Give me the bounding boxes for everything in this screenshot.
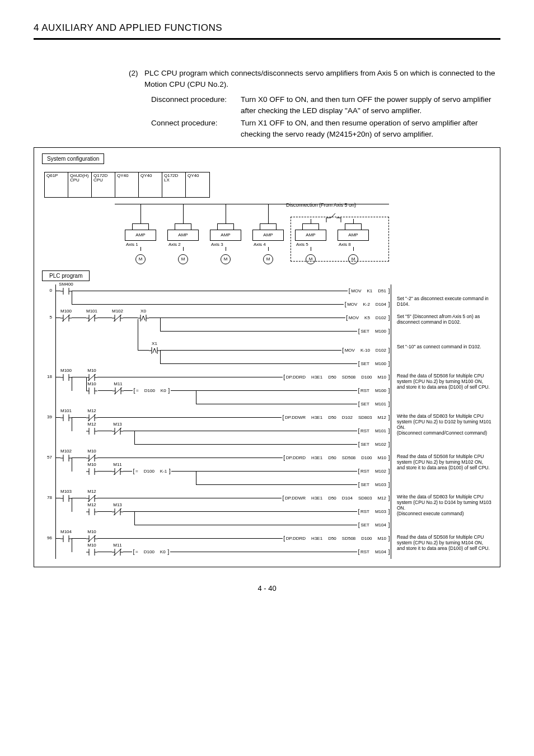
slot-qy40-1: QY40 xyxy=(115,172,139,197)
plc-program-label: PLC program xyxy=(42,270,90,281)
step-num: 39 xyxy=(42,411,55,419)
amp-row: AMP Axis 1 M AMP Axis 2 M AMP Axis 3 M xyxy=(125,223,369,264)
motor-icon: M xyxy=(306,254,316,264)
motor-icon: M xyxy=(221,254,231,264)
contact-m101-nc: M101 xyxy=(86,314,97,322)
chapter-header: 4 AUXILIARY AND APPLIED FUNCTIONS xyxy=(34,22,500,40)
rung-78: 78 M103 M12 [ DP.DDWRH3E1D50D104SD803M12… xyxy=(42,492,492,532)
rung-39: 39 M101 M12 [ DP.DDWRH3E1D50D102SD803M12… xyxy=(42,411,492,451)
system-config-label: System configuration xyxy=(42,153,104,164)
coil-mov-k-2: MOV K-2 D104 xyxy=(347,302,387,307)
plc-rack: Q61P QnUD(H) CPU Q172D CPU QY40 QY40 Q17… xyxy=(44,172,210,198)
rung-0: 0 SM400 [ MOV K1 D51 ] xyxy=(42,284,492,311)
coil-mov-k1: MOV K1 D51 xyxy=(351,288,387,293)
amp-box: AMP xyxy=(167,230,199,241)
axis-label: Axis 3 xyxy=(210,242,241,247)
note-r57: Read the data of SD508 for Multiple CPU … xyxy=(391,451,492,471)
amp-box: AMP xyxy=(210,230,241,241)
axis-label: Axis 1 xyxy=(125,242,156,247)
rack-area: Q61P QnUD(H) CPU Q172D CPU QY40 QY40 Q17… xyxy=(42,169,492,264)
amp-box: AMP xyxy=(338,230,369,241)
disconnect-proc-label: Disconnect procedure: xyxy=(151,94,241,117)
rung-5: 5 M100 M101 M102 X0 [ MOVK5D102 ] xyxy=(42,311,492,371)
contact-m102-nc: M102 xyxy=(112,314,123,322)
servo-bus xyxy=(115,198,389,204)
note-r5: Set "5" (Disconnect afrom Axis 5 on) as … xyxy=(391,311,492,350)
motor-icon: M xyxy=(178,254,188,264)
disconnect-proc-text: Turn X0 OFF to ON, and then turn OFF the… xyxy=(241,94,500,117)
slot-qy40-2: QY40 xyxy=(139,172,162,197)
note-r39: Write the data of SD803 for Multiple CPU… xyxy=(391,411,492,436)
intro-body: PLC CPU program which connects/disconnec… xyxy=(144,68,500,91)
note-r0: Set "-2" as disconnect execute command i… xyxy=(391,284,492,307)
amp-axis-1: AMP Axis 1 M xyxy=(125,223,156,264)
amp-axis-8: AMP Axis 8 M xyxy=(338,223,369,264)
coil-set-m100: SETM100 xyxy=(360,329,387,334)
diagram-container: System configuration Q61P QnUD(H) CPU Q1… xyxy=(34,147,500,567)
rung-96: 96 M104 M10 [ DP.DDRDH3E1D50SD508D100M10… xyxy=(42,532,492,559)
step-num: 18 xyxy=(42,371,55,379)
note-r96: Read the data of SD508 for Multiple CPU … xyxy=(391,532,492,552)
amp-axis-3: AMP Axis 3 M xyxy=(210,223,241,264)
axis-label: Axis 4 xyxy=(252,242,284,247)
slot-cpu: QnUD(H) CPU xyxy=(68,172,92,197)
contact-m100-nc: M100 xyxy=(60,314,72,322)
step-num: 78 xyxy=(42,492,55,500)
coil-set-m100-b: SETM100 xyxy=(360,361,387,366)
coil-dpddrd-18: DP.DDRDH3E1D50SD508D100M10 xyxy=(286,375,387,380)
page-number: 4 - 40 xyxy=(34,584,500,592)
intro-number: (2) xyxy=(129,68,144,91)
contact-x0-pls: X0 xyxy=(138,314,149,322)
amp-axis-4: AMP Axis 4 M xyxy=(252,223,284,264)
amp-box: AMP xyxy=(295,230,326,241)
rung-57: 57 M102 M10 [ DP.DDRDH3E1D50SD508D100M10… xyxy=(42,451,492,492)
rung-18: 18 M100 M10 [ DP.DDRDH3E1D50SD508D100M10… xyxy=(42,371,492,411)
procedure-table: Disconnect procedure: Turn X0 OFF to ON,… xyxy=(151,94,500,141)
note-r18: Read the data of SD508 for Multiple CPU … xyxy=(391,371,492,390)
connect-proc-text: Turn X1 OFF to ON, and then resume opera… xyxy=(241,118,500,141)
amp-box: AMP xyxy=(125,230,156,241)
slot-qy40-3: QY40 xyxy=(186,172,209,197)
note-r78: Write the data of SD803 for Multiple CPU… xyxy=(391,492,492,517)
step-num: 0 xyxy=(42,284,55,293)
slot-q172dlx: Q172D LX xyxy=(162,172,186,197)
motor-icon: M xyxy=(348,254,358,264)
coil-mov-k-10: MOVK-10D102 xyxy=(345,348,387,353)
motor-icon: M xyxy=(135,254,146,264)
ladder-diagram: 0 SM400 [ MOV K1 D51 ] xyxy=(42,284,492,559)
amp-axis-5: AMP Axis 5 M xyxy=(295,223,326,264)
intro-text: (2) PLC CPU program which connects/disco… xyxy=(129,68,500,91)
slot-motion-cpu: Q172D CPU xyxy=(92,172,115,197)
axis-label: Axis 2 xyxy=(167,242,199,247)
axis-label: Axis 5 xyxy=(295,242,326,247)
connect-proc-label: Connect procedure: xyxy=(151,118,241,141)
amp-box: AMP xyxy=(252,230,284,241)
motor-icon: M xyxy=(263,254,273,264)
step-num: 57 xyxy=(42,451,55,460)
contact-sm400: SM400 xyxy=(60,287,72,295)
coil-mov-k5: MOVK5D102 xyxy=(349,315,387,320)
slot-q61p: Q61P xyxy=(45,172,68,197)
amp-axis-2: AMP Axis 2 M xyxy=(167,223,199,264)
axis-label: Axis 8 xyxy=(338,242,369,247)
contact-x1-pls: X1 xyxy=(149,347,160,354)
step-num: 96 xyxy=(42,532,55,540)
step-num: 5 xyxy=(42,311,55,320)
